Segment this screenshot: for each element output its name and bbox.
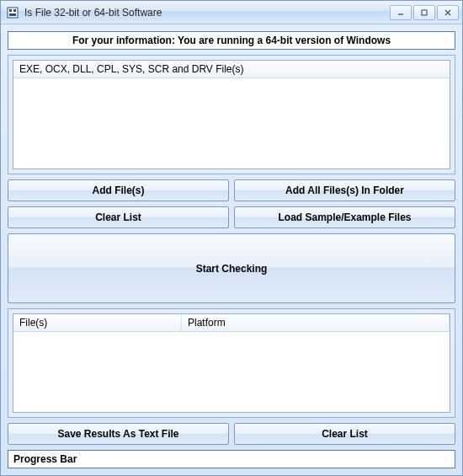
input-list-header: EXE, OCX, DLL, CPL, SYS, SCR and DRV Fil…: [13, 61, 450, 78]
results-col-files[interactable]: File(s): [13, 314, 182, 331]
results-body: [13, 332, 450, 412]
progress-bar-label: Progress Bar: [8, 450, 455, 468]
start-checking-button[interactable]: Start Checking: [8, 233, 455, 303]
save-results-button[interactable]: Save Results As Text File: [8, 423, 229, 445]
titlebar: Is File 32-bit or 64-bit Software: [1, 1, 462, 24]
input-file-list[interactable]: EXE, OCX, DLL, CPL, SYS, SCR and DRV Fil…: [13, 60, 450, 169]
maximize-button[interactable]: [413, 5, 435, 20]
close-button[interactable]: [437, 5, 459, 20]
clear-list-top-button[interactable]: Clear List: [8, 206, 229, 228]
results-header: File(s) Platform: [13, 314, 450, 332]
svg-rect-1: [9, 9, 12, 12]
app-icon: [6, 6, 19, 19]
results-group: File(s) Platform: [8, 308, 455, 418]
svg-rect-3: [9, 13, 16, 16]
minimize-button[interactable]: [390, 5, 412, 20]
window-title: Is File 32-bit or 64-bit Software: [24, 7, 385, 19]
window-controls: [390, 5, 459, 20]
svg-rect-2: [13, 9, 16, 12]
input-list-group: EXE, OCX, DLL, CPL, SYS, SCR and DRV Fil…: [8, 55, 455, 174]
load-sample-button[interactable]: Load Sample/Example Files: [234, 206, 455, 228]
add-files-button[interactable]: Add File(s): [8, 179, 229, 201]
svg-rect-0: [8, 8, 18, 18]
info-banner: For your information: You are running a …: [8, 31, 455, 50]
results-list[interactable]: File(s) Platform: [13, 313, 450, 413]
client-area: For your information: You are running a …: [1, 24, 462, 475]
app-window: Is File 32-bit or 64-bit Software For yo…: [0, 0, 463, 476]
svg-rect-5: [422, 10, 427, 15]
add-folder-button[interactable]: Add All Files(s) In Folder: [234, 179, 455, 201]
results-col-platform[interactable]: Platform: [182, 314, 450, 331]
clear-list-bottom-button[interactable]: Clear List: [234, 423, 455, 445]
